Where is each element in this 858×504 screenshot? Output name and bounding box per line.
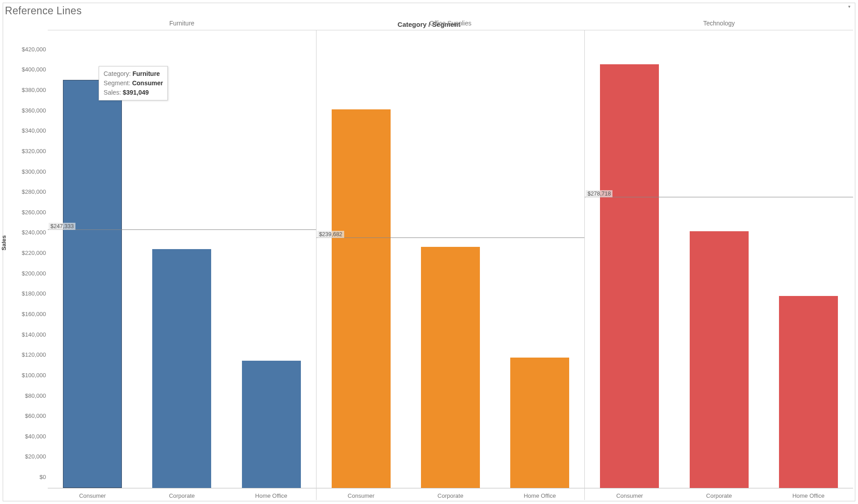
y-axis-tick: $340,000 [22, 127, 46, 134]
y-axis-tick: $300,000 [22, 168, 46, 175]
tooltip-label: Sales: [104, 89, 123, 96]
plot-area[interactable]: $247,333Category: FurnitureSegment: Cons… [48, 39, 316, 488]
sheet-title: Reference Lines [3, 3, 855, 21]
tooltip-label: Category: [104, 70, 133, 77]
bar[interactable] [63, 80, 122, 488]
y-axis-gutter: Sales $0$20,000$40,000$60,000$80,000$100… [3, 30, 48, 488]
reference-line[interactable]: $239,682 [317, 237, 585, 238]
y-axis-tick: $200,000 [22, 270, 46, 276]
tooltip-label: Segment: [104, 79, 132, 87]
y-axis-tick: $280,000 [22, 188, 46, 195]
x-axis-tick-label: Consumer [328, 492, 395, 499]
bar[interactable] [779, 296, 838, 488]
bar[interactable] [510, 358, 569, 488]
y-axis-tick: $400,000 [22, 66, 46, 73]
y-axis-tick: $40,000 [25, 433, 46, 439]
facet-label: Office Supplies [317, 20, 585, 27]
y-axis-tick: $180,000 [22, 290, 46, 297]
facet-panel: Technology$278,718ConsumerCorporateHome … [584, 30, 853, 500]
tooltip-value: Furniture [133, 70, 160, 77]
y-axis-title: Sales [0, 235, 7, 250]
x-axis-tick-label: Consumer [596, 492, 663, 499]
bar[interactable] [242, 361, 301, 488]
facet-panels: Furniture$247,333Category: FurnitureSegm… [48, 30, 853, 500]
x-axis-tick-label: Home Office [506, 492, 573, 499]
y-axis-tick: $0 [40, 474, 46, 480]
reference-line-label: $247,333 [49, 223, 75, 230]
y-axis-tick: $240,000 [22, 229, 46, 236]
y-axis-tick: $220,000 [22, 250, 46, 256]
x-axis-tick-label: Corporate [417, 492, 484, 499]
bar[interactable] [421, 247, 480, 488]
plot-area[interactable]: $239,682 [317, 39, 585, 488]
y-axis-tick: $60,000 [25, 412, 46, 419]
visualization: Sales $0$20,000$40,000$60,000$80,000$100… [3, 30, 855, 500]
tooltip: Category: FurnitureSegment: ConsumerSale… [99, 66, 168, 100]
reference-line[interactable]: $278,718 [585, 197, 853, 197]
y-axis-tick: $260,000 [22, 208, 46, 215]
y-axis-tick: $120,000 [22, 351, 46, 358]
tooltip-value: $391,049 [123, 89, 149, 96]
viz-frame: Reference Lines ▾ Category / Segment Sal… [3, 3, 855, 501]
y-axis-tick: $80,000 [25, 392, 46, 399]
reference-line-label: $278,718 [586, 190, 612, 197]
bar[interactable] [600, 64, 659, 488]
sheet-menu-caret-icon[interactable]: ▾ [848, 4, 850, 9]
facet-panel: Office Supplies$239,682ConsumerCorporate… [316, 30, 585, 500]
plot-area[interactable]: $278,718 [585, 39, 853, 488]
facet-label: Furniture [48, 20, 316, 27]
y-axis-tick: $420,000 [22, 46, 46, 52]
y-axis-tick: $380,000 [22, 87, 46, 93]
x-axis-tick-label: Consumer [59, 492, 126, 499]
y-axis-tick: $100,000 [22, 371, 46, 378]
x-axis-tick-label: Corporate [148, 492, 215, 499]
x-axis-tick-label: Home Office [775, 492, 842, 499]
tooltip-value: Consumer [132, 79, 163, 87]
y-axis-tick: $140,000 [22, 331, 46, 337]
y-axis-tick: $20,000 [25, 453, 46, 460]
x-axis-tick-label: Home Office [238, 492, 305, 499]
facet-panel: Furniture$247,333Category: FurnitureSegm… [48, 30, 316, 500]
y-axis-tick: $360,000 [22, 107, 46, 113]
y-axis-tick: $160,000 [22, 310, 46, 317]
bar[interactable] [332, 109, 391, 488]
facet-label: Technology [585, 20, 853, 27]
bar[interactable] [152, 249, 211, 488]
reference-line-label: $239,682 [317, 231, 344, 238]
reference-line[interactable]: $247,333 [48, 229, 316, 230]
bar[interactable] [690, 231, 749, 488]
y-axis-tick: $320,000 [22, 147, 46, 154]
x-axis-tick-label: Corporate [686, 492, 753, 499]
